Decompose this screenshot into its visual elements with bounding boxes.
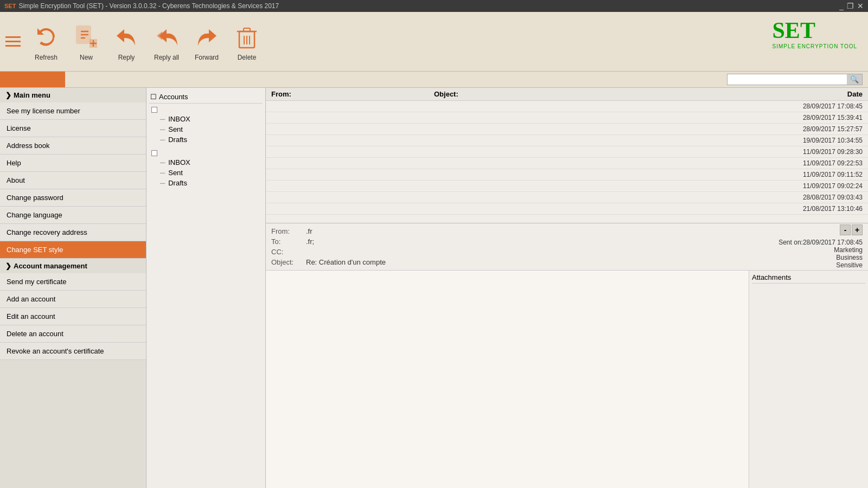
email-rows-container: 28/09/2017 17:08:45 28/09/2017 15:39:41 … bbox=[266, 101, 868, 215]
sidebar-item-about[interactable]: About bbox=[0, 172, 146, 189]
sidebar-item-add-account[interactable]: Add an account bbox=[0, 291, 146, 308]
email-row-date-4: 11/09/2017 09:28:30 bbox=[760, 148, 868, 156]
email-row-from-0 bbox=[266, 102, 429, 110]
col-object-header: Object: bbox=[429, 90, 760, 98]
titlebar: SET Simple Encryption Tool (SET) - Versi… bbox=[0, 0, 868, 12]
main-menu-label: Main menu bbox=[14, 91, 50, 99]
email-row-3[interactable]: 19/09/2017 10:34:55 bbox=[266, 135, 868, 146]
email-row-object-1 bbox=[429, 114, 760, 121]
account-2-sent[interactable]: Sent bbox=[149, 168, 263, 178]
sidebar-item-send-cert[interactable]: Send my certificate bbox=[0, 273, 146, 291]
progress-bar bbox=[0, 72, 65, 87]
refresh-icon bbox=[31, 22, 61, 52]
delete-label: Delete bbox=[238, 54, 257, 61]
account-1-inbox[interactable]: INBOX bbox=[149, 114, 263, 124]
sidebar-item-license-number[interactable]: See my license number bbox=[0, 102, 146, 120]
sidebar-item-license[interactable]: License bbox=[0, 120, 146, 137]
chevron-down-icon-2: ❯ bbox=[5, 262, 11, 270]
titlebar-controls: _ ❐ ✕ bbox=[839, 2, 864, 10]
main-layout: ❯ Main menu See my license number Licens… bbox=[0, 88, 868, 488]
sidebar-item-address-book[interactable]: Address book bbox=[0, 137, 146, 155]
email-row-5[interactable]: 11/09/2017 09:22:53 bbox=[266, 158, 868, 169]
minimize-button[interactable]: _ bbox=[839, 2, 844, 10]
email-row-date-8: 28/08/2017 09:03:43 bbox=[760, 194, 868, 201]
close-button[interactable]: ✕ bbox=[857, 2, 864, 10]
email-row-9[interactable]: 21/08/2017 13:10:46 bbox=[266, 203, 868, 215]
email-row-8[interactable]: 28/08/2017 09:03:43 bbox=[266, 192, 868, 203]
chevron-down-icon: ❯ bbox=[5, 91, 11, 99]
sidebar-item-delete-account[interactable]: Delete an account bbox=[0, 325, 146, 343]
search-input[interactable] bbox=[727, 75, 847, 85]
refresh-button[interactable]: Refresh bbox=[31, 22, 61, 61]
sidebar-item-change-recovery[interactable]: Change recovery address bbox=[0, 224, 146, 241]
delete-button[interactable]: Delete bbox=[232, 22, 261, 61]
reply-all-button[interactable]: Reply all bbox=[152, 22, 181, 61]
sidebar-item-change-style[interactable]: Change SET style bbox=[0, 241, 146, 259]
tag-sensitive: Sensitive bbox=[778, 261, 863, 269]
sidebar-item-change-language[interactable]: Change language bbox=[0, 207, 146, 224]
email-row-date-2: 28/09/2017 15:27:57 bbox=[760, 125, 868, 133]
email-row-from-8 bbox=[266, 194, 429, 201]
email-row-7[interactable]: 11/09/2017 09:02:24 bbox=[266, 181, 868, 192]
email-row-0[interactable]: 28/09/2017 17:08:45 bbox=[266, 101, 868, 112]
object-label: Object: bbox=[271, 258, 304, 266]
sidebar-item-change-password[interactable]: Change password bbox=[0, 189, 146, 207]
acc1-checkbox bbox=[151, 107, 157, 113]
object-value: Re: Création d'un compte bbox=[306, 258, 386, 266]
account-menu-header[interactable]: ❯ Account management bbox=[0, 259, 146, 273]
email-row-6[interactable]: 11/09/2017 09:11:52 bbox=[266, 169, 868, 181]
from-row: From: .fr bbox=[271, 226, 863, 236]
email-row-date-7: 11/09/2017 09:02:24 bbox=[760, 182, 868, 190]
reply-button[interactable]: Reply bbox=[112, 22, 141, 61]
zoom-minus-button[interactable]: - bbox=[840, 224, 851, 235]
email-row-from-6 bbox=[266, 171, 429, 178]
logo-text: SET bbox=[773, 17, 857, 43]
hamburger-menu[interactable] bbox=[5, 36, 21, 47]
email-meta: Sent on:28/09/2017 17:08:45 Marketing Bu… bbox=[778, 239, 863, 269]
email-row-1[interactable]: 28/09/2017 15:39:41 bbox=[266, 112, 868, 124]
email-row-object-2 bbox=[429, 125, 760, 133]
account-1-checkbox[interactable] bbox=[149, 106, 263, 114]
forward-icon bbox=[192, 22, 221, 52]
delete-icon bbox=[232, 22, 261, 52]
account-2: INBOX Sent Drafts bbox=[149, 149, 263, 188]
email-row-2[interactable]: 28/09/2017 15:27:57 bbox=[266, 124, 868, 135]
search-button[interactable]: 🔍 bbox=[847, 74, 862, 85]
new-button[interactable]: New bbox=[72, 22, 101, 61]
email-row-4[interactable]: 11/09/2017 09:28:30 bbox=[266, 146, 868, 158]
sidebar-item-help[interactable]: Help bbox=[0, 155, 146, 172]
email-row-date-5: 11/09/2017 09:22:53 bbox=[760, 159, 868, 167]
to-value: .fr; bbox=[306, 237, 314, 246]
titlebar-icon: SET bbox=[4, 3, 16, 9]
restore-button[interactable]: ❐ bbox=[847, 2, 854, 10]
cc-row: CC: bbox=[271, 247, 863, 257]
main-menu-header[interactable]: ❯ Main menu bbox=[0, 88, 146, 102]
email-row-from-9 bbox=[266, 205, 429, 213]
accounts-label: Accounts bbox=[159, 93, 188, 101]
email-preview-header: - + Sent on:28/09/2017 17:08:45 Marketin… bbox=[266, 223, 868, 271]
sidebar-item-revoke-cert[interactable]: Revoke an account's certificate bbox=[0, 343, 146, 360]
svg-rect-9 bbox=[244, 28, 250, 31]
email-row-object-5 bbox=[429, 159, 760, 167]
account-menu-label: Account management bbox=[14, 262, 87, 270]
email-list-header: From: Object: Date bbox=[266, 88, 868, 101]
from-label: From: bbox=[271, 227, 304, 235]
account-1-drafts[interactable]: Drafts bbox=[149, 134, 263, 145]
email-row-from-7 bbox=[266, 182, 429, 190]
account-1: INBOX Sent Drafts bbox=[149, 106, 263, 145]
account-1-sent[interactable]: Sent bbox=[149, 124, 263, 134]
forward-button[interactable]: Forward bbox=[192, 22, 221, 61]
zoom-plus-button[interactable]: + bbox=[852, 224, 863, 235]
account-2-drafts[interactable]: Drafts bbox=[149, 178, 263, 188]
account-2-checkbox[interactable] bbox=[149, 149, 263, 157]
accounts-checkbox-icon: ☐ bbox=[150, 93, 157, 101]
col-from-header: From: bbox=[266, 90, 429, 98]
email-row-object-7 bbox=[429, 182, 760, 190]
sidebar-item-edit-account[interactable]: Edit an account bbox=[0, 308, 146, 325]
account-2-inbox[interactable]: INBOX bbox=[149, 157, 263, 168]
hamburger-line3 bbox=[5, 45, 21, 47]
accounts-tree-header: ☐ Accounts bbox=[149, 91, 263, 104]
new-icon bbox=[72, 22, 101, 52]
refresh-label: Refresh bbox=[35, 54, 58, 61]
email-row-object-8 bbox=[429, 194, 760, 201]
